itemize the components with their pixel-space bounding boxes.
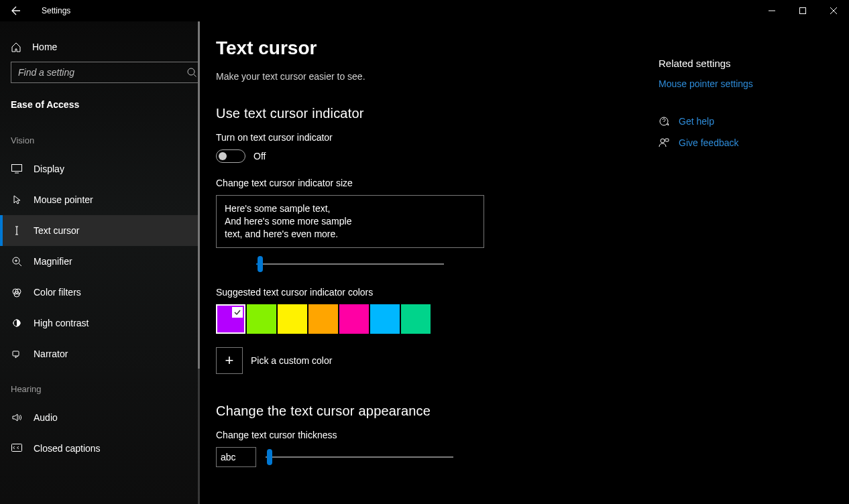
help-icon bbox=[659, 116, 669, 127]
help-label: Get help bbox=[679, 116, 714, 127]
search-input[interactable] bbox=[11, 67, 187, 78]
nav-mouse-pointer[interactable]: Mouse pointer bbox=[0, 184, 200, 215]
home-button[interactable]: Home bbox=[0, 35, 200, 59]
svg-rect-2 bbox=[12, 165, 22, 172]
magnifier-icon bbox=[11, 256, 23, 267]
minimize-icon bbox=[769, 7, 775, 14]
size-label: Change text cursor indicator size bbox=[216, 178, 632, 188]
page-title: Text cursor bbox=[216, 38, 632, 59]
nav-high-contrast[interactable]: High contrast bbox=[0, 308, 200, 338]
thickness-label: Change text cursor thickness bbox=[216, 430, 632, 440]
home-label: Home bbox=[32, 42, 57, 52]
indicator-toggle[interactable] bbox=[216, 149, 245, 163]
nav-narrator[interactable]: Narrator bbox=[0, 338, 200, 369]
nav-label: Audio bbox=[34, 412, 58, 423]
group-vision-header: Vision bbox=[0, 121, 200, 153]
related-sidebar: Related settings Mouse pointer settings … bbox=[659, 38, 833, 504]
thickness-preview-box: abc bbox=[216, 447, 256, 467]
svg-rect-12 bbox=[665, 139, 669, 141]
svg-rect-8 bbox=[13, 351, 19, 356]
mouse-pointer-icon bbox=[11, 194, 23, 205]
narrator-icon bbox=[11, 349, 23, 359]
nav-label: Display bbox=[34, 164, 64, 174]
check-icon bbox=[232, 307, 243, 318]
nav-label: Magnifier bbox=[34, 256, 72, 267]
toggle-label: Turn on text cursor indicator bbox=[216, 132, 632, 143]
color-swatch[interactable] bbox=[370, 304, 400, 334]
nav-magnifier[interactable]: Magnifier bbox=[0, 246, 200, 277]
titlebar: Settings bbox=[0, 0, 849, 21]
category-header: Ease of Access bbox=[0, 91, 200, 121]
get-help-link[interactable]: Get help bbox=[659, 116, 833, 127]
thickness-slider[interactable] bbox=[266, 449, 453, 465]
close-button[interactable] bbox=[818, 0, 849, 21]
group-hearing-header: Hearing bbox=[0, 369, 200, 402]
nav-label: Closed captions bbox=[34, 443, 101, 454]
thickness-preview-text: abc bbox=[221, 452, 236, 462]
sample-line-1: Here's some sample text, bbox=[225, 202, 475, 215]
section-appearance-heading: Change the text cursor appearance bbox=[216, 403, 632, 419]
sidebar: Home Ease of Access Vision Display Mouse… bbox=[0, 21, 200, 504]
color-swatches bbox=[216, 304, 632, 334]
color-swatch[interactable] bbox=[247, 304, 276, 334]
nav-label: High contrast bbox=[34, 318, 89, 328]
give-feedback-link[interactable]: Give feedback bbox=[659, 137, 833, 148]
color-swatch[interactable] bbox=[401, 304, 431, 334]
page-subtitle: Make your text cursor easier to see. bbox=[216, 71, 632, 82]
svg-rect-0 bbox=[800, 8, 806, 14]
sample-text-box: Here's some sample text, And here's some… bbox=[216, 195, 484, 248]
svg-point-11 bbox=[661, 139, 665, 143]
indicator-size-slider[interactable] bbox=[256, 256, 444, 272]
back-button[interactable] bbox=[0, 0, 32, 21]
maximize-icon bbox=[799, 7, 806, 14]
related-heading: Related settings bbox=[659, 58, 833, 69]
section-use-indicator-heading: Use text cursor indicator bbox=[216, 106, 632, 121]
display-icon bbox=[11, 164, 23, 174]
colors-label: Suggested text cursor indicator colors bbox=[216, 287, 632, 298]
sidebar-scrollbar[interactable] bbox=[198, 21, 200, 504]
closed-captions-icon bbox=[11, 444, 23, 453]
high-contrast-icon bbox=[11, 318, 23, 328]
nav-closed-captions[interactable]: Closed captions bbox=[0, 433, 200, 464]
sample-line-2: And here's some more sample bbox=[225, 215, 475, 228]
maximize-button[interactable] bbox=[787, 0, 818, 21]
minimize-button[interactable] bbox=[756, 0, 787, 21]
nav-label: Color filters bbox=[34, 287, 81, 298]
window-title: Settings bbox=[32, 6, 70, 15]
text-cursor-icon bbox=[11, 225, 23, 236]
nav-text-cursor[interactable]: Text cursor bbox=[0, 215, 200, 246]
mouse-pointer-settings-link[interactable]: Mouse pointer settings bbox=[659, 78, 833, 89]
home-icon bbox=[11, 42, 21, 52]
nav-label: Mouse pointer bbox=[34, 194, 93, 205]
color-filters-icon bbox=[11, 287, 23, 298]
plus-icon: + bbox=[225, 352, 234, 369]
feedback-icon bbox=[659, 137, 669, 148]
main-content: Text cursor Make your text cursor easier… bbox=[200, 21, 849, 504]
pick-custom-color-label: Pick a custom color bbox=[251, 355, 332, 366]
search-box[interactable] bbox=[11, 62, 200, 83]
pick-custom-color-button[interactable]: + bbox=[216, 347, 243, 374]
nav-label: Text cursor bbox=[34, 225, 79, 236]
color-swatch[interactable] bbox=[339, 304, 369, 334]
feedback-label: Give feedback bbox=[679, 137, 739, 148]
color-swatch[interactable] bbox=[278, 304, 307, 334]
nav-audio[interactable]: Audio bbox=[0, 402, 200, 433]
audio-icon bbox=[11, 412, 23, 423]
nav-color-filters[interactable]: Color filters bbox=[0, 277, 200, 308]
nav-label: Narrator bbox=[34, 349, 68, 359]
svg-point-1 bbox=[188, 68, 194, 75]
color-swatch[interactable] bbox=[308, 304, 338, 334]
close-icon bbox=[830, 7, 837, 14]
sample-line-3: text, and here's even more. bbox=[225, 228, 475, 241]
nav-display[interactable]: Display bbox=[0, 153, 200, 184]
color-swatch[interactable] bbox=[216, 304, 245, 334]
back-arrow-icon bbox=[11, 5, 21, 16]
toggle-state-text: Off bbox=[253, 151, 266, 162]
